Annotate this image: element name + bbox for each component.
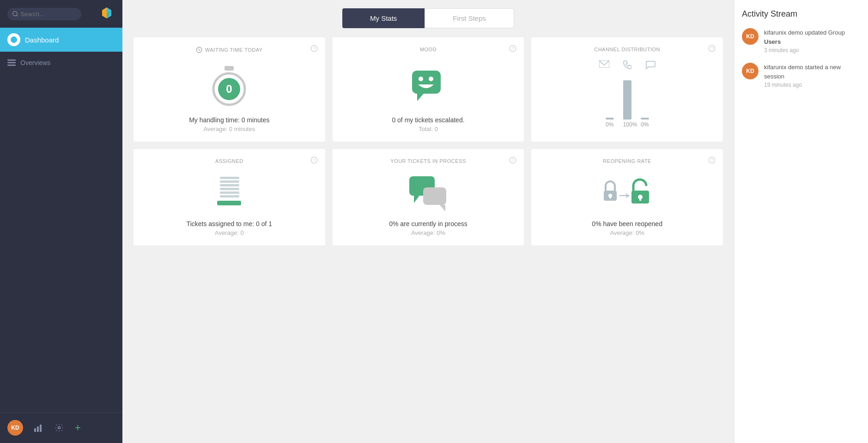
phone-channel-icon xyxy=(623,60,631,71)
svg-rect-6 xyxy=(7,62,16,64)
svg-text:?: ? xyxy=(711,158,713,162)
help-icon-channel[interactable]: ? xyxy=(708,45,716,54)
sidebar-item-overviews[interactable]: Overviews xyxy=(0,52,122,74)
waiting-time-main-text: My handling time: 0 minutes xyxy=(189,116,269,124)
svg-rect-33 xyxy=(220,184,239,186)
activity-time-0: 3 minutes ago xyxy=(764,47,861,54)
svg-point-11 xyxy=(58,427,61,429)
dashboard-dot xyxy=(11,36,17,43)
help-icon-tickets[interactable]: ? xyxy=(509,156,516,165)
main-content: My Stats First Steps WAITING TIME TODAY … xyxy=(122,0,734,443)
assigned-main-text: Tickets assigned to me: 0 of 1 xyxy=(187,220,272,227)
mood-icon-area xyxy=(410,60,447,110)
channel-bar-chat xyxy=(641,118,649,120)
sidebar-bottom: KD + xyxy=(0,412,122,443)
svg-rect-8 xyxy=(34,428,36,432)
chat-bubbles-icon xyxy=(407,174,449,211)
sidebar-header xyxy=(0,0,122,28)
tickets-sub-text: Average: 0% xyxy=(411,229,445,236)
channel-labels: 0% 100% 0% xyxy=(606,121,649,128)
activity-content-1: kifarunix demo started a new session 19 … xyxy=(764,63,861,88)
channel-label-2: 0% xyxy=(641,121,649,128)
channel-bars xyxy=(606,73,649,120)
channel-icons-row xyxy=(599,60,656,71)
reopening-main-text: 0% have been reopened xyxy=(592,220,662,227)
search-input[interactable] xyxy=(7,8,81,20)
activity-text-before-0: kifarunix demo updated Group xyxy=(764,29,845,36)
channel-bar-phone xyxy=(623,80,631,120)
svg-marker-3 xyxy=(102,7,107,18)
mood-icon xyxy=(410,67,447,104)
activity-avatar-1: KD xyxy=(742,63,759,79)
svg-rect-37 xyxy=(217,201,241,205)
activity-avatar-0: KD xyxy=(742,28,759,45)
svg-rect-34 xyxy=(220,188,239,190)
sidebar: Dashboard Overviews KD + xyxy=(0,0,122,443)
timer-icon: 0 xyxy=(211,65,248,107)
cancel-icon xyxy=(196,47,202,53)
svg-rect-7 xyxy=(7,65,16,66)
stats-icon[interactable] xyxy=(34,424,43,432)
card-channel-dist-title: CHANNEL DISTRIBUTION xyxy=(539,47,716,52)
email-channel-icon xyxy=(599,60,609,68)
tickets-main-text: 0% are currently in process xyxy=(389,220,467,227)
assigned-icon xyxy=(211,172,248,214)
help-icon-waiting[interactable]: ? xyxy=(310,45,318,54)
activity-text-1: kifarunix demo started a new session xyxy=(764,63,861,81)
help-icon-assigned[interactable]: ? xyxy=(310,156,318,165)
help-icon-reopening[interactable]: ? xyxy=(708,156,716,165)
assigned-sub-text: Average: 0 xyxy=(215,229,244,236)
svg-rect-32 xyxy=(220,180,239,183)
svg-text:?: ? xyxy=(512,158,514,162)
card-reopening-rate: REOPENING RATE ? xyxy=(531,149,723,245)
svg-line-13 xyxy=(198,49,200,51)
svg-rect-52 xyxy=(639,197,641,201)
card-waiting-time: WAITING TIME TODAY ? 0 My handling ti xyxy=(134,37,325,142)
tabs-bar: My Stats First Steps xyxy=(122,0,734,28)
tickets-icon-area xyxy=(407,172,449,214)
svg-rect-16 xyxy=(225,66,234,71)
svg-point-23 xyxy=(419,77,423,81)
svg-text:?: ? xyxy=(313,158,315,162)
svg-rect-9 xyxy=(37,426,39,432)
svg-line-1 xyxy=(17,15,18,17)
svg-rect-48 xyxy=(609,196,611,198)
gear-icon[interactable] xyxy=(55,423,64,432)
activity-item-0: KD kifarunix demo updated Group Users 3 … xyxy=(742,28,861,54)
channel-distribution-chart: 0% 100% 0% xyxy=(539,60,716,128)
channel-icon-area: 0% 100% 0% xyxy=(539,60,716,128)
activity-item-1: KD kifarunix demo started a new session … xyxy=(742,63,861,88)
help-icon-mood[interactable]: ? xyxy=(509,45,516,54)
svg-text:?: ? xyxy=(313,46,315,51)
waiting-time-sub-text: Average: 0 minutes xyxy=(203,126,255,132)
reopen-icon xyxy=(602,177,653,209)
activity-stream: Activity Stream KD kifarunix demo update… xyxy=(734,0,868,443)
card-tickets-in-process: YOUR TICKETS IN PROCESS ? 0% are current… xyxy=(333,149,524,245)
svg-text:0: 0 xyxy=(226,83,232,95)
activity-text-bold-0: Users xyxy=(764,38,781,45)
svg-marker-41 xyxy=(414,196,419,203)
tab-first-steps[interactable]: First Steps xyxy=(425,8,514,28)
timer-icon-area: 0 xyxy=(211,61,248,110)
chat-channel-icon xyxy=(645,60,656,70)
sidebar-item-dashboard[interactable]: Dashboard xyxy=(0,28,122,52)
svg-marker-43 xyxy=(440,205,445,211)
user-avatar[interactable]: KD xyxy=(7,420,23,436)
svg-text:?: ? xyxy=(512,46,514,51)
card-assigned: ASSIGNED ? Tickets assign xyxy=(134,149,325,245)
svg-rect-35 xyxy=(220,192,239,194)
svg-text:?: ? xyxy=(711,46,713,51)
reopening-sub-text: Average: 0% xyxy=(610,229,644,236)
assigned-icon-area xyxy=(211,172,248,214)
tab-my-stats[interactable]: My Stats xyxy=(342,8,425,28)
svg-point-24 xyxy=(429,77,433,81)
dashboard-circle-icon xyxy=(7,33,20,46)
svg-point-0 xyxy=(13,12,17,16)
activity-time-1: 19 minutes ago xyxy=(764,82,861,88)
mood-main-text: 0 of my tickets escalated. xyxy=(392,116,464,124)
add-icon[interactable]: + xyxy=(75,422,81,434)
activity-text-0: kifarunix demo updated Group Users xyxy=(764,28,861,46)
svg-rect-31 xyxy=(220,177,239,179)
card-mood-title: MOOD xyxy=(340,47,517,52)
reopening-icon-area xyxy=(602,172,653,214)
